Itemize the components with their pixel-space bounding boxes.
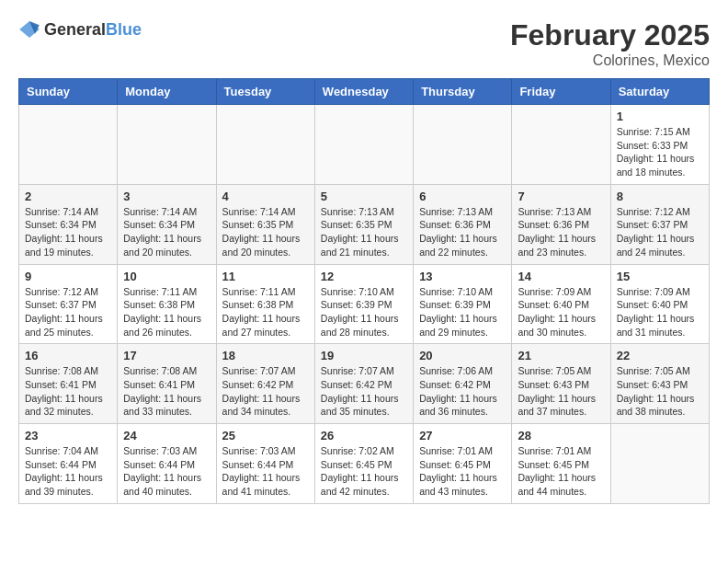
day-info: Sunrise: 7:05 AMSunset: 6:43 PMDaylight:… — [518, 364, 604, 419]
title-area: February 2025 Colorines, Mexico — [510, 18, 710, 69]
table-row — [414, 105, 512, 185]
table-row — [610, 424, 709, 504]
calendar-week-row: 9Sunrise: 7:12 AMSunset: 6:37 PMDaylight… — [19, 264, 710, 344]
day-number: 19 — [321, 349, 407, 362]
day-info: Sunrise: 7:01 AMSunset: 6:45 PMDaylight:… — [518, 444, 604, 499]
day-number: 4 — [222, 190, 309, 203]
day-number: 16 — [25, 349, 111, 362]
month-title: February 2025 — [510, 18, 710, 52]
logo-general: General — [44, 20, 106, 39]
day-number: 1 — [617, 109, 703, 123]
col-wednesday: Wednesday — [314, 79, 413, 105]
day-info: Sunrise: 7:09 AMSunset: 6:40 PMDaylight:… — [617, 285, 703, 339]
table-row: 13Sunrise: 7:10 AMSunset: 6:39 PMDayligh… — [414, 264, 512, 344]
day-number: 5 — [321, 190, 407, 203]
col-friday: Friday — [512, 79, 610, 105]
day-number: 6 — [419, 190, 506, 203]
col-sunday: Sunday — [19, 79, 118, 105]
day-info: Sunrise: 7:04 AMSunset: 6:44 PMDaylight:… — [25, 444, 111, 499]
day-number: 17 — [123, 349, 210, 362]
table-row: 19Sunrise: 7:07 AMSunset: 6:42 PMDayligh… — [314, 344, 413, 424]
calendar-header-row: Sunday Monday Tuesday Wednesday Thursday… — [19, 79, 710, 105]
day-info: Sunrise: 7:13 AMSunset: 6:36 PMDaylight:… — [518, 205, 604, 259]
logo-blue: Blue — [106, 20, 142, 39]
calendar-week-row: 1Sunrise: 7:15 AMSunset: 6:33 PMDaylight… — [19, 105, 710, 185]
table-row: 14Sunrise: 7:09 AMSunset: 6:40 PMDayligh… — [512, 264, 610, 344]
day-info: Sunrise: 7:03 AMSunset: 6:44 PMDaylight:… — [222, 444, 309, 499]
day-number: 10 — [123, 270, 210, 283]
day-info: Sunrise: 7:01 AMSunset: 6:45 PMDaylight:… — [419, 444, 506, 499]
day-number: 11 — [222, 270, 309, 283]
day-number: 27 — [419, 429, 506, 442]
table-row: 20Sunrise: 7:06 AMSunset: 6:42 PMDayligh… — [414, 344, 512, 424]
day-info: Sunrise: 7:11 AMSunset: 6:38 PMDaylight:… — [222, 285, 309, 339]
calendar-table: Sunday Monday Tuesday Wednesday Thursday… — [18, 78, 710, 504]
table-row: 12Sunrise: 7:10 AMSunset: 6:39 PMDayligh… — [314, 264, 413, 344]
table-row — [216, 105, 314, 185]
logo: GeneralBlue — [18, 18, 142, 40]
table-row: 7Sunrise: 7:13 AMSunset: 6:36 PMDaylight… — [512, 184, 610, 264]
day-number: 15 — [617, 270, 703, 283]
table-row: 27Sunrise: 7:01 AMSunset: 6:45 PMDayligh… — [414, 424, 512, 504]
day-number: 12 — [321, 270, 407, 283]
table-row: 4Sunrise: 7:14 AMSunset: 6:35 PMDaylight… — [216, 184, 314, 264]
table-row: 25Sunrise: 7:03 AMSunset: 6:44 PMDayligh… — [216, 424, 314, 504]
table-row: 3Sunrise: 7:14 AMSunset: 6:34 PMDaylight… — [118, 184, 216, 264]
day-number: 8 — [617, 190, 703, 203]
day-info: Sunrise: 7:14 AMSunset: 6:34 PMDaylight:… — [25, 205, 111, 259]
table-row — [19, 105, 118, 185]
table-row: 22Sunrise: 7:05 AMSunset: 6:43 PMDayligh… — [610, 344, 709, 424]
day-number: 9 — [25, 270, 111, 283]
day-info: Sunrise: 7:12 AMSunset: 6:37 PMDaylight:… — [617, 205, 703, 259]
table-row: 28Sunrise: 7:01 AMSunset: 6:45 PMDayligh… — [512, 424, 610, 504]
day-info: Sunrise: 7:05 AMSunset: 6:43 PMDaylight:… — [617, 364, 703, 419]
day-number: 3 — [123, 190, 210, 203]
calendar-week-row: 23Sunrise: 7:04 AMSunset: 6:44 PMDayligh… — [19, 424, 710, 504]
logo-text: GeneralBlue — [44, 20, 142, 40]
day-info: Sunrise: 7:14 AMSunset: 6:34 PMDaylight:… — [123, 205, 210, 259]
col-thursday: Thursday — [414, 79, 512, 105]
table-row — [512, 105, 610, 185]
day-info: Sunrise: 7:02 AMSunset: 6:45 PMDaylight:… — [321, 444, 407, 499]
table-row: 9Sunrise: 7:12 AMSunset: 6:37 PMDaylight… — [19, 264, 118, 344]
day-info: Sunrise: 7:07 AMSunset: 6:42 PMDaylight:… — [321, 364, 407, 419]
day-number: 7 — [518, 190, 604, 203]
day-info: Sunrise: 7:06 AMSunset: 6:42 PMDaylight:… — [419, 364, 506, 419]
day-number: 13 — [419, 270, 506, 283]
day-info: Sunrise: 7:08 AMSunset: 6:41 PMDaylight:… — [25, 364, 111, 419]
day-number: 2 — [25, 190, 111, 203]
day-number: 24 — [123, 429, 210, 442]
day-info: Sunrise: 7:11 AMSunset: 6:38 PMDaylight:… — [123, 285, 210, 339]
day-info: Sunrise: 7:14 AMSunset: 6:35 PMDaylight:… — [222, 205, 309, 259]
day-info: Sunrise: 7:12 AMSunset: 6:37 PMDaylight:… — [25, 285, 111, 339]
table-row: 26Sunrise: 7:02 AMSunset: 6:45 PMDayligh… — [314, 424, 413, 504]
table-row: 1Sunrise: 7:15 AMSunset: 6:33 PMDaylight… — [610, 105, 709, 185]
calendar-week-row: 2Sunrise: 7:14 AMSunset: 6:34 PMDaylight… — [19, 184, 710, 264]
day-number: 23 — [25, 429, 111, 442]
day-number: 28 — [518, 429, 604, 442]
day-number: 18 — [222, 349, 309, 362]
day-number: 26 — [321, 429, 407, 442]
table-row: 24Sunrise: 7:03 AMSunset: 6:44 PMDayligh… — [118, 424, 216, 504]
table-row: 23Sunrise: 7:04 AMSunset: 6:44 PMDayligh… — [19, 424, 118, 504]
table-row: 2Sunrise: 7:14 AMSunset: 6:34 PMDaylight… — [19, 184, 118, 264]
col-saturday: Saturday — [610, 79, 709, 105]
day-number: 22 — [617, 349, 703, 362]
day-info: Sunrise: 7:08 AMSunset: 6:41 PMDaylight:… — [123, 364, 210, 419]
table-row: 5Sunrise: 7:13 AMSunset: 6:35 PMDaylight… — [314, 184, 413, 264]
table-row: 8Sunrise: 7:12 AMSunset: 6:37 PMDaylight… — [610, 184, 709, 264]
col-tuesday: Tuesday — [216, 79, 314, 105]
day-number: 21 — [518, 349, 604, 362]
day-info: Sunrise: 7:10 AMSunset: 6:39 PMDaylight:… — [419, 285, 506, 339]
col-monday: Monday — [118, 79, 216, 105]
day-info: Sunrise: 7:07 AMSunset: 6:42 PMDaylight:… — [222, 364, 309, 419]
day-number: 14 — [518, 270, 604, 283]
logo-icon — [18, 18, 40, 40]
day-info: Sunrise: 7:09 AMSunset: 6:40 PMDaylight:… — [518, 285, 604, 339]
day-info: Sunrise: 7:13 AMSunset: 6:35 PMDaylight:… — [321, 205, 407, 259]
table-row: 18Sunrise: 7:07 AMSunset: 6:42 PMDayligh… — [216, 344, 314, 424]
day-info: Sunrise: 7:03 AMSunset: 6:44 PMDaylight:… — [123, 444, 210, 499]
day-number: 20 — [419, 349, 506, 362]
table-row: 21Sunrise: 7:05 AMSunset: 6:43 PMDayligh… — [512, 344, 610, 424]
table-row: 11Sunrise: 7:11 AMSunset: 6:38 PMDayligh… — [216, 264, 314, 344]
